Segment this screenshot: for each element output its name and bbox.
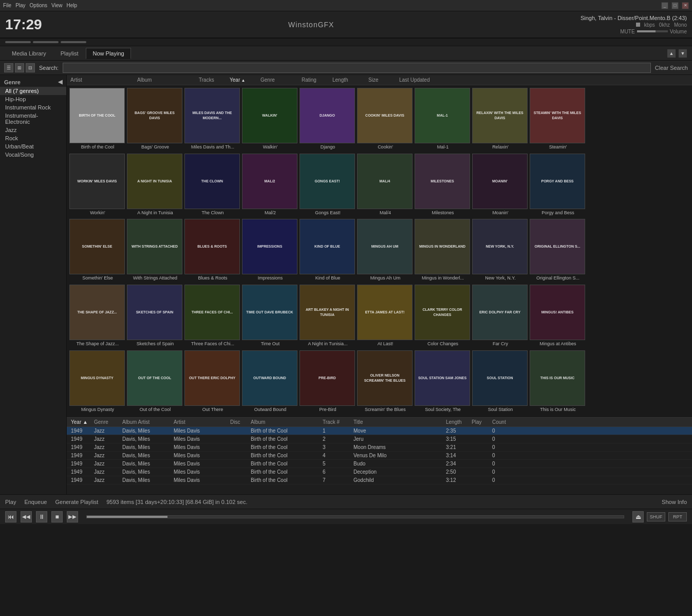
- enqueue-button[interactable]: Enqueue: [24, 499, 47, 505]
- pause-button[interactable]: ⏸: [36, 511, 47, 522]
- album-item[interactable]: MINGUS! ANTIBESMingus at Antibes: [530, 285, 586, 348]
- repeat-button[interactable]: RPT: [668, 512, 687, 521]
- sidebar-item-instrumental-electronic[interactable]: Instrumental-Electronic: [0, 111, 66, 126]
- eject-button[interactable]: ⏏: [632, 511, 644, 522]
- tab-now-playing[interactable]: Now Playing: [86, 48, 130, 59]
- close-button[interactable]: ✕: [682, 2, 689, 9]
- menu-play[interactable]: Play: [15, 3, 25, 8]
- progress-bar[interactable]: [86, 515, 624, 518]
- sidebar-item-urban-beat[interactable]: Urban/Beat: [0, 142, 66, 151]
- album-item[interactable]: ERIC DOLPHY FAR CRYFar Cry: [472, 285, 529, 348]
- sidebar-item-all[interactable]: All (7 genres): [0, 87, 66, 95]
- tab-media-library[interactable]: Media Library: [5, 48, 53, 59]
- clear-search-button[interactable]: Clear Search: [655, 65, 688, 71]
- album-item[interactable]: WALKIN'Walkin': [242, 88, 298, 152]
- sidebar-item-instrumental-rock[interactable]: Instrumental Rock: [0, 103, 66, 111]
- play-button[interactable]: Play: [5, 499, 16, 505]
- album-item[interactable]: BLUES & ROOTSBlues & Roots: [184, 219, 241, 283]
- album-item[interactable]: WORKIN' MILES DAVISWorkin': [69, 154, 126, 217]
- track-row[interactable]: 1949JazzDavis, MilesMiles DavisBirth of …: [67, 460, 692, 468]
- col-header-year[interactable]: Year: [227, 77, 258, 83]
- album-item[interactable]: MAL/2Mal/2: [242, 154, 298, 217]
- forward-button[interactable]: ▶▶: [67, 511, 78, 522]
- tab-playlist[interactable]: Playlist: [54, 48, 85, 59]
- th-album[interactable]: Album: [249, 419, 321, 425]
- album-item[interactable]: KIND OF BLUEKind of Blue: [300, 219, 356, 283]
- th-albumartist[interactable]: Album Artist: [120, 419, 172, 425]
- album-item[interactable]: ETTA JAMES AT LAST!At Last!: [357, 285, 414, 348]
- album-item[interactable]: OUTWARD BOUNDOutward Bound: [242, 350, 298, 414]
- album-item[interactable]: OLIVER NELSON SCREAMIN' THE BLUESScreami…: [357, 350, 414, 414]
- volume-slider[interactable]: [637, 30, 668, 32]
- th-tracknum[interactable]: Track #: [321, 419, 351, 425]
- col-header-length[interactable]: Length: [330, 77, 366, 83]
- maximize-button[interactable]: □: [671, 2, 679, 9]
- prev-button[interactable]: ⏮: [5, 511, 16, 522]
- show-info-button[interactable]: Show Info: [662, 499, 687, 505]
- minimize-button[interactable]: _: [661, 2, 668, 9]
- album-item[interactable]: MAL-1Mal-1: [415, 88, 471, 152]
- album-item[interactable]: SOUL STATIONSoul Station: [472, 350, 529, 414]
- album-item[interactable]: THIS IS OUR MUSICThis is Our Music: [530, 350, 586, 414]
- track-row[interactable]: 1949JazzDavis, MilesMiles DavisBirth of …: [67, 435, 692, 443]
- album-item[interactable]: WITH STRINGS ATTACHEDWith Strings Attach…: [127, 219, 183, 283]
- shuffle-button[interactable]: SHUF: [647, 512, 665, 521]
- col-header-artist[interactable]: Artist: [68, 77, 135, 83]
- album-item[interactable]: PORGY AND BESSPorgy and Bess: [530, 154, 586, 217]
- th-length[interactable]: Length: [444, 419, 470, 425]
- album-item[interactable]: MINGUS DYNASTYMingus Dynasty: [69, 350, 126, 414]
- album-item[interactable]: A NIGHT IN TUNISIAA Night in Tunisia: [127, 154, 183, 217]
- album-item[interactable]: THE SHAPE OF JAZZ...The Shape of Jazz...: [69, 285, 126, 348]
- col-header-size[interactable]: Size: [366, 77, 397, 83]
- album-item[interactable]: TIME OUT DAVE BRUBECKTime Out: [242, 285, 298, 348]
- scroll-up-button[interactable]: ▲: [667, 49, 676, 58]
- track-row[interactable]: 1949JazzDavis, MilesMiles DavisBirth of …: [67, 476, 692, 484]
- generate-playlist-button[interactable]: Generate Playlist: [55, 499, 98, 505]
- track-row[interactable]: 1949JazzDavis, MilesMiles DavisBirth of …: [67, 452, 692, 460]
- album-item[interactable]: NEW YORK, N.Y.New York, N.Y.: [472, 219, 529, 283]
- menu-view[interactable]: View: [51, 3, 63, 8]
- album-item[interactable]: MILESTONESMilestones: [415, 154, 471, 217]
- album-item[interactable]: MINGUS AH UMMingus Ah Um: [357, 219, 414, 283]
- album-item[interactable]: OUT OF THE COOLOut of the Cool: [127, 350, 183, 414]
- view-grid-button[interactable]: ⊞: [15, 63, 24, 72]
- mute-button[interactable]: MUTE: [620, 29, 634, 34]
- view-detail-button[interactable]: ⊟: [26, 63, 35, 72]
- album-item[interactable]: RELAXIN' WITH THE MILES DAVISRelaxin': [472, 88, 529, 152]
- stop-button[interactable]: ■: [51, 511, 63, 522]
- track-row[interactable]: 1949JazzDavis, MilesMiles DavisBirth of …: [67, 468, 692, 476]
- col-header-lastupdated[interactable]: Last Updated: [397, 77, 448, 83]
- album-item[interactable]: ORIGINAL ELLINGTON S...Original Ellingto…: [530, 219, 586, 283]
- scroll-down-button[interactable]: ▼: [679, 49, 687, 58]
- th-genre[interactable]: Genre: [92, 419, 120, 425]
- album-item[interactable]: COOKIN' MILES DAVISCookin': [357, 88, 414, 152]
- th-title[interactable]: Title: [351, 419, 444, 425]
- album-item[interactable]: THE CLOWNThe Clown: [184, 154, 241, 217]
- th-count[interactable]: Count: [490, 419, 516, 425]
- album-item[interactable]: GONGS EAST!Gongs East!: [300, 154, 356, 217]
- col-header-album[interactable]: Album: [135, 77, 196, 83]
- album-item[interactable]: STEAMIN' WITH THE MILES DAVISSteamin': [530, 88, 586, 152]
- track-row[interactable]: 1949JazzDavis, MilesMiles DavisBirth of …: [67, 427, 692, 435]
- col-header-genre[interactable]: Genre: [258, 77, 299, 83]
- menu-help[interactable]: Help: [67, 3, 78, 8]
- search-input[interactable]: [63, 63, 651, 73]
- sidebar-item-jazz[interactable]: Jazz: [0, 126, 66, 134]
- album-item[interactable]: MOANIN'Moanin': [472, 154, 529, 217]
- th-disc[interactable]: Disc: [228, 419, 249, 425]
- album-item[interactable]: SKETCHES OF SPAINSketches of Spain: [127, 285, 183, 348]
- col-header-rating[interactable]: Rating: [299, 77, 330, 83]
- album-item[interactable]: PRE-BIRDPre-Bird: [300, 350, 356, 414]
- track-row[interactable]: 1949JazzDavis, MilesMiles DavisBirth of …: [67, 443, 692, 452]
- album-item[interactable]: OUT THERE ERIC DOLPHYOut There: [184, 350, 241, 414]
- album-item[interactable]: ART BLAKEY A NIGHT IN TUNISIAA Night in …: [300, 285, 356, 348]
- sidebar-item-vocal-song[interactable]: Vocal/Song: [0, 151, 66, 159]
- th-artist[interactable]: Artist: [172, 419, 228, 425]
- menu-options[interactable]: Options: [30, 3, 47, 8]
- album-item[interactable]: THREE FACES OF CHI...Three Faces of Chi.…: [184, 285, 241, 348]
- back-button[interactable]: ◀◀: [21, 511, 32, 522]
- album-item[interactable]: IMPRESSIONSImpressions: [242, 219, 298, 283]
- album-item[interactable]: DJANGODjango: [300, 88, 356, 152]
- album-item[interactable]: BAGS' GROOVE MILES DAVISBags' Groove: [127, 88, 183, 152]
- th-play[interactable]: Play: [470, 419, 490, 425]
